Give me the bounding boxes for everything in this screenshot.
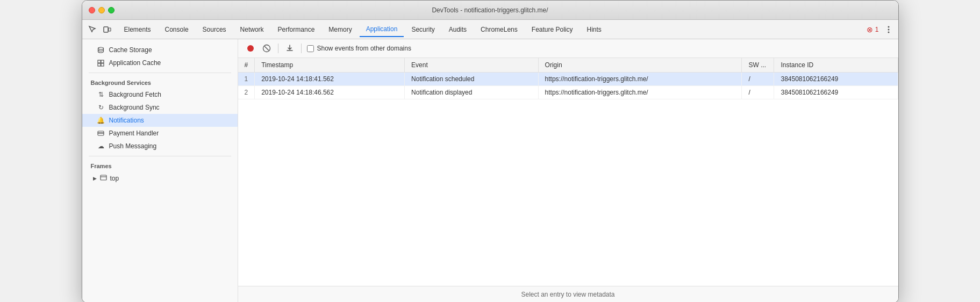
row-sw: / xyxy=(742,86,774,99)
sidebar-divider-2 xyxy=(89,156,231,156)
row-num: 1 xyxy=(238,73,255,86)
tab-audits[interactable]: Audits xyxy=(442,23,473,37)
sidebar-item-notifications[interactable]: 🔔 Notifications xyxy=(82,114,238,127)
show-events-label: Show events from other domains xyxy=(317,45,411,52)
svg-rect-7 xyxy=(101,60,104,63)
background-sync-label: Background Sync xyxy=(109,104,160,111)
error-badge[interactable]: ⊗ 1 xyxy=(867,25,879,34)
content-area: Show events from other domains # Timesta… xyxy=(238,39,898,302)
application-cache-label: Application Cache xyxy=(109,59,161,67)
background-services-section: Background Services ⇅ Background Fetch ↻… xyxy=(82,76,238,153)
status-bar: Select an entry to view metadata xyxy=(238,286,898,302)
notifications-icon: 🔔 xyxy=(97,117,105,124)
svg-rect-1 xyxy=(109,28,111,31)
error-icon: ⊗ xyxy=(867,25,873,34)
row-timestamp: 2019-10-24 14:18:41.562 xyxy=(255,73,405,86)
show-events-checkbox-wrapper[interactable]: Show events from other domains xyxy=(307,45,411,52)
table-row[interactable]: 22019-10-24 14:18:46.562Notification dis… xyxy=(238,86,898,99)
frames-section: Frames ▶ top xyxy=(82,160,238,185)
tab-network[interactable]: Network xyxy=(234,23,270,37)
sidebar-item-push-messaging[interactable]: ☁ Push Messaging xyxy=(82,140,238,153)
row-instance-id: 3845081062166249 xyxy=(774,73,898,86)
tab-console[interactable]: Console xyxy=(159,23,195,37)
row-timestamp: 2019-10-24 14:18:46.562 xyxy=(255,86,405,99)
svg-rect-6 xyxy=(98,60,101,63)
col-event: Event xyxy=(405,58,539,73)
payment-handler-icon xyxy=(97,130,105,137)
svg-rect-0 xyxy=(104,27,108,32)
col-instance-id: Instance ID xyxy=(774,58,898,73)
maximize-button[interactable] xyxy=(108,7,115,13)
table-header: # Timestamp Event Origin SW ... Instance… xyxy=(238,58,898,73)
background-sync-icon: ↻ xyxy=(97,104,105,111)
tab-memory[interactable]: Memory xyxy=(322,23,358,37)
svg-point-4 xyxy=(888,31,889,33)
title-bar: DevTools - notification-triggers.glitch.… xyxy=(82,1,898,20)
clear-button[interactable] xyxy=(261,42,273,54)
payment-handler-label: Payment Handler xyxy=(109,130,159,137)
application-cache-icon xyxy=(97,59,105,67)
table-row[interactable]: 12019-10-24 14:18:41.562Notification sch… xyxy=(238,73,898,86)
content-toolbar: Show events from other domains xyxy=(238,39,898,58)
frames-title: Frames xyxy=(82,160,238,171)
frames-item-top[interactable]: ▶ top xyxy=(82,171,238,185)
sidebar-item-background-sync[interactable]: ↻ Background Sync xyxy=(82,101,238,114)
sidebar-item-cache-storage[interactable]: Cache Storage xyxy=(82,44,238,56)
error-count: 1 xyxy=(875,26,879,33)
svg-point-2 xyxy=(888,26,889,27)
chevron-right-icon: ▶ xyxy=(93,176,97,181)
row-event: Notification scheduled xyxy=(405,73,539,86)
sidebar-item-application-cache[interactable]: Application Cache xyxy=(82,56,238,69)
tab-security[interactable]: Security xyxy=(405,23,441,37)
row-origin: https://notification-triggers.glitch.me/ xyxy=(538,86,742,99)
inspect-icon[interactable] xyxy=(87,24,97,35)
traffic-lights xyxy=(89,7,115,13)
col-origin: Origin xyxy=(538,58,742,73)
row-instance-id: 3845081062166249 xyxy=(774,86,898,99)
more-menu-icon[interactable] xyxy=(883,24,894,35)
svg-point-3 xyxy=(888,28,889,30)
svg-rect-8 xyxy=(98,63,101,66)
window-title: DevTools - notification-triggers.glitch.… xyxy=(432,6,548,14)
frames-top-icon xyxy=(100,174,107,183)
tab-chromelens[interactable]: ChromeLens xyxy=(474,23,524,37)
sidebar: Cache Storage Application Cache xyxy=(82,39,238,302)
background-fetch-label: Background Fetch xyxy=(109,91,161,98)
col-timestamp: Timestamp xyxy=(255,58,405,73)
toolbar-separator-2 xyxy=(301,44,302,53)
tab-bar-right: ⊗ 1 xyxy=(867,24,894,35)
table-body: 12019-10-24 14:18:41.562Notification sch… xyxy=(238,73,898,99)
cache-storage-label: Cache Storage xyxy=(109,46,152,54)
col-num: # xyxy=(238,58,255,73)
show-events-checkbox[interactable] xyxy=(307,45,314,52)
record-button[interactable] xyxy=(245,42,256,54)
tab-elements[interactable]: Elements xyxy=(118,23,158,37)
tab-bar-icons xyxy=(87,24,112,35)
notifications-label: Notifications xyxy=(109,117,144,124)
svg-rect-11 xyxy=(98,133,104,134)
minimize-button[interactable] xyxy=(98,7,105,13)
cache-storage-icon xyxy=(97,46,105,54)
tab-bar: Elements Console Sources Network Perform… xyxy=(82,20,898,39)
close-button[interactable] xyxy=(89,7,95,13)
tab-hints[interactable]: Hints xyxy=(581,23,608,37)
toolbar-separator-1 xyxy=(278,44,278,53)
frames-item-top-label: top xyxy=(110,175,119,182)
svg-line-15 xyxy=(264,46,269,51)
sidebar-item-payment-handler[interactable]: Payment Handler xyxy=(82,127,238,140)
tab-feature-policy[interactable]: Feature Policy xyxy=(525,23,580,37)
tab-application[interactable]: Application xyxy=(360,22,404,37)
push-messaging-label: Push Messaging xyxy=(109,142,157,150)
sidebar-divider-1 xyxy=(89,73,231,73)
storage-section: Cache Storage Application Cache xyxy=(82,44,238,69)
download-button[interactable] xyxy=(284,42,296,54)
row-event: Notification displayed xyxy=(405,86,539,99)
device-icon[interactable] xyxy=(102,24,112,35)
main-layout: Cache Storage Application Cache xyxy=(82,39,898,302)
svg-rect-12 xyxy=(101,175,106,180)
tab-sources[interactable]: Sources xyxy=(196,23,233,37)
svg-point-13 xyxy=(247,45,254,52)
sidebar-item-background-fetch[interactable]: ⇅ Background Fetch xyxy=(82,88,238,101)
svg-rect-9 xyxy=(101,63,104,66)
tab-performance[interactable]: Performance xyxy=(271,23,321,37)
